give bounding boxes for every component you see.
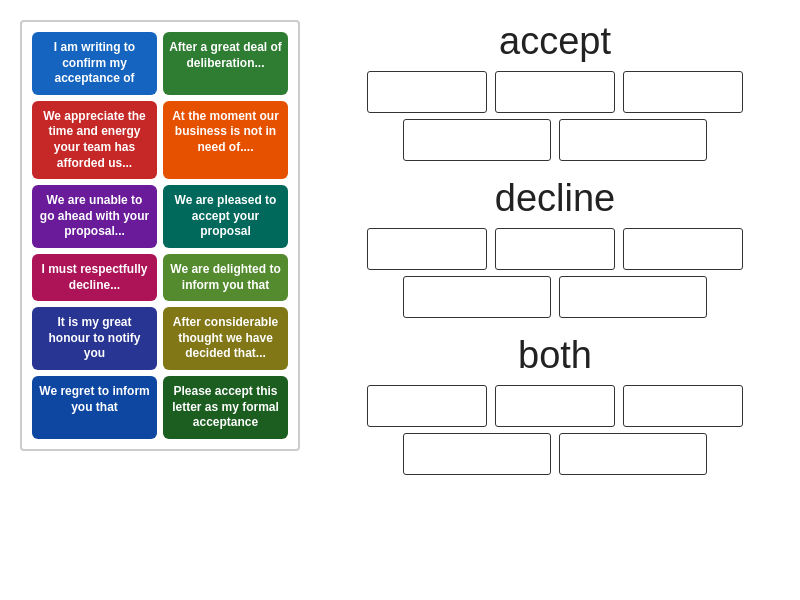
section-title-accept: accept [330,20,780,63]
card-11[interactable]: Please accept this letter as my formal a… [163,376,288,439]
right-panel: acceptdeclineboth [320,0,800,600]
drop-row-1-1 [330,276,780,318]
card-0[interactable]: I am writing to confirm my acceptance of [32,32,157,95]
card-6[interactable]: I must respectfully decline... [32,254,157,301]
card-4[interactable]: We are unable to go ahead with your prop… [32,185,157,248]
drop-box-1-0-1[interactable] [495,228,615,270]
card-7[interactable]: We are delighted to inform you that [163,254,288,301]
drop-row-1-0 [330,228,780,270]
drop-box-0-0-2[interactable] [623,71,743,113]
drop-box-2-1-1[interactable] [559,433,707,475]
card-8[interactable]: It is my great honour to notify you [32,307,157,370]
drop-box-0-1-1[interactable] [559,119,707,161]
cards-grid: I am writing to confirm my acceptance of… [20,20,300,451]
drop-row-0-0 [330,71,780,113]
card-2[interactable]: We appreciate the time and energy your t… [32,101,157,179]
drop-box-1-0-0[interactable] [367,228,487,270]
drop-box-1-1-0[interactable] [403,276,551,318]
drop-box-0-0-1[interactable] [495,71,615,113]
drop-box-0-0-0[interactable] [367,71,487,113]
drop-box-2-0-1[interactable] [495,385,615,427]
drop-box-1-1-1[interactable] [559,276,707,318]
section-accept: accept [330,20,780,167]
drop-box-1-0-2[interactable] [623,228,743,270]
section-both: both [330,334,780,481]
card-5[interactable]: We are pleased to accept your proposal [163,185,288,248]
drop-row-2-0 [330,385,780,427]
card-3[interactable]: At the moment our business is not in nee… [163,101,288,179]
section-title-both: both [330,334,780,377]
section-decline: decline [330,177,780,324]
card-1[interactable]: After a great deal of deliberation... [163,32,288,95]
card-9[interactable]: After considerable thought we have decid… [163,307,288,370]
left-panel: I am writing to confirm my acceptance of… [0,0,320,600]
drop-row-0-1 [330,119,780,161]
card-10[interactable]: We regret to inform you that [32,376,157,439]
drop-box-0-1-0[interactable] [403,119,551,161]
drop-box-2-0-2[interactable] [623,385,743,427]
drop-box-2-1-0[interactable] [403,433,551,475]
section-title-decline: decline [330,177,780,220]
drop-box-2-0-0[interactable] [367,385,487,427]
drop-row-2-1 [330,433,780,475]
